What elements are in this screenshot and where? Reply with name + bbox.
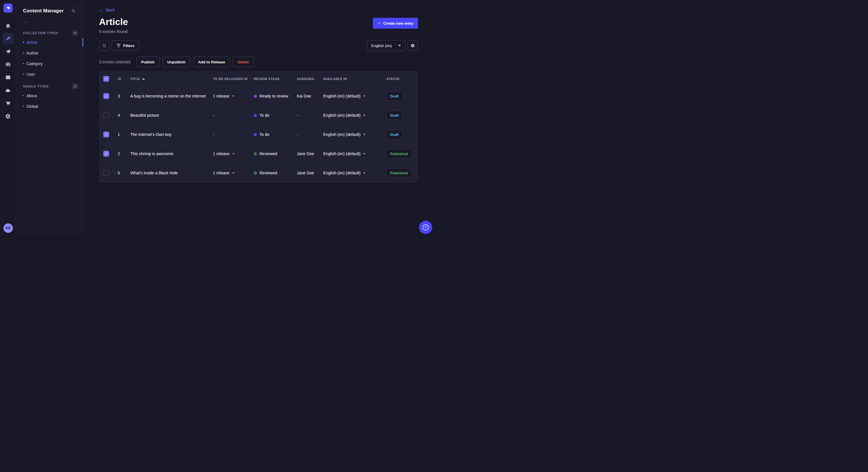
- cell-release[interactable]: 1 release: [213, 171, 254, 175]
- section-count-badge: 4: [72, 30, 78, 36]
- cell-release[interactable]: -: [213, 132, 254, 137]
- select-all-checkbox[interactable]: [103, 76, 109, 82]
- marketplace-icon[interactable]: [2, 98, 14, 109]
- filter-icon: [117, 44, 121, 47]
- cell-stage: To do: [254, 113, 297, 117]
- selection-count-text: 3 entries selected: [99, 60, 131, 64]
- cell-id: 2: [118, 151, 130, 156]
- cell-id: 4: [118, 113, 130, 117]
- chevron-down-icon: [363, 172, 365, 174]
- content-manager-icon[interactable]: [2, 33, 14, 44]
- sidebar-item-article[interactable]: Article: [16, 37, 83, 47]
- search-icon: [71, 9, 76, 13]
- column-header-title[interactable]: TITLE: [130, 77, 213, 80]
- cell-id: 5: [118, 171, 130, 175]
- chevron-down-icon: [232, 96, 235, 97]
- sidebar-divider: [23, 22, 28, 23]
- publish-button[interactable]: Publish: [136, 57, 160, 67]
- sidebar-item-about[interactable]: About: [16, 90, 83, 101]
- cell-available[interactable]: English (en) (default): [323, 132, 386, 137]
- cell-stage: Reviewed: [254, 171, 297, 175]
- content-manager-sidebar: Content Manager COLLECTION TYPES 4 Artic…: [16, 0, 83, 236]
- status-badge: Draft: [386, 130, 402, 139]
- cell-release[interactable]: -: [213, 113, 254, 117]
- column-header-stage[interactable]: REVIEW STAGE: [254, 77, 297, 80]
- filters-button[interactable]: Filters: [112, 40, 139, 51]
- add-to-release-button[interactable]: Add to Release: [193, 57, 230, 67]
- settings-icon[interactable]: [2, 110, 14, 122]
- stage-dot-icon: [254, 114, 257, 117]
- column-header-available[interactable]: AVAILABLE IN: [323, 77, 386, 80]
- stage-dot-icon: [254, 95, 257, 98]
- column-header-id[interactable]: ID: [118, 77, 130, 80]
- row-checkbox[interactable]: [103, 151, 109, 157]
- sidebar-item-category[interactable]: Category: [16, 58, 83, 69]
- back-arrow-icon: ←: [99, 8, 104, 12]
- media-library-icon[interactable]: [2, 59, 14, 70]
- sidebar-item-label: Global: [26, 104, 38, 109]
- cell-stage: Reviewed: [254, 151, 297, 156]
- bullet-icon: [23, 63, 24, 64]
- user-avatar[interactable]: KD: [3, 224, 13, 233]
- stage-dot-icon: [254, 171, 257, 175]
- sidebar-title: Content Manager: [23, 8, 64, 14]
- table-row[interactable]: 2 This shrimp is awesome 1 release Revie…: [99, 144, 417, 163]
- sidebar-item-label: Category: [26, 61, 43, 66]
- content-type-builder-icon[interactable]: [2, 72, 14, 83]
- bullet-icon: [23, 73, 24, 75]
- question-mark-icon: ?: [423, 224, 429, 231]
- sidebar-item-user[interactable]: User: [16, 69, 83, 79]
- help-button[interactable]: ?: [419, 221, 432, 234]
- section-count-badge: 2: [72, 83, 78, 89]
- rail-bottom: KD: [0, 220, 16, 236]
- cell-assignee: Kai Doe: [297, 94, 323, 98]
- gear-icon: [410, 43, 415, 48]
- paper-plane-icon[interactable]: [2, 46, 14, 57]
- sidebar-item-author[interactable]: Author: [16, 47, 83, 58]
- stage-dot-icon: [254, 152, 257, 156]
- unpublish-button[interactable]: Unpublish: [162, 57, 191, 67]
- table-row[interactable]: 4 Beautiful picture - To do - English (e…: [99, 105, 417, 125]
- strapi-logo: [3, 3, 12, 12]
- row-checkbox[interactable]: [103, 170, 109, 176]
- sidebar-search-button[interactable]: [69, 6, 78, 15]
- chevron-down-icon: [232, 153, 235, 155]
- table-header-row: ID TITLE TO BE RELEASED IN REVIEW STAGE …: [99, 71, 417, 86]
- row-checkbox[interactable]: [103, 93, 109, 99]
- cell-assignee: Jane Doe: [297, 151, 323, 156]
- table-row[interactable]: 3 A bug is becoming a meme on the intern…: [99, 86, 417, 105]
- chevron-down-icon: [363, 153, 365, 155]
- status-badge: Draft: [386, 92, 402, 101]
- column-header-release[interactable]: TO BE RELEASED IN: [213, 77, 254, 80]
- icon-rail: KD: [0, 0, 16, 236]
- sidebar-item-global[interactable]: Global: [16, 101, 83, 111]
- cell-id: 1: [118, 132, 130, 137]
- table-row[interactable]: 1 The internet's Own boy - To do - Engli…: [99, 125, 417, 144]
- delete-button[interactable]: Delete: [233, 57, 254, 67]
- locale-select[interactable]: English (en): [367, 40, 405, 51]
- column-header-assignee[interactable]: ASSIGNEE: [297, 77, 323, 80]
- table-row[interactable]: 5 What's inside a Black Hole 1 release R…: [99, 163, 417, 182]
- home-icon[interactable]: [2, 20, 14, 32]
- back-link[interactable]: ← Back: [99, 8, 115, 12]
- view-settings-button[interactable]: [408, 40, 418, 51]
- create-new-entry-button[interactable]: + Create new entry: [373, 18, 418, 29]
- cell-available[interactable]: English (en) (default): [323, 171, 386, 175]
- cell-title: Beautiful picture: [130, 113, 213, 117]
- cell-stage: To do: [254, 132, 297, 137]
- column-header-status[interactable]: STATUS: [386, 77, 417, 80]
- cell-available[interactable]: English (en) (default): [323, 151, 386, 156]
- cell-release[interactable]: 1 release: [213, 151, 254, 156]
- cell-release[interactable]: 1 release: [213, 94, 254, 98]
- cell-available[interactable]: English (en) (default): [323, 113, 386, 117]
- entries-table: ID TITLE TO BE RELEASED IN REVIEW STAGE …: [99, 71, 418, 183]
- bullet-icon: [23, 105, 24, 107]
- row-checkbox[interactable]: [103, 112, 109, 118]
- cloud-icon[interactable]: [2, 85, 14, 96]
- cell-available[interactable]: English (en) (default): [323, 94, 386, 98]
- row-checkbox[interactable]: [103, 132, 109, 137]
- bullet-icon: [23, 52, 24, 54]
- search-entries-button[interactable]: [99, 40, 110, 51]
- cell-stage: Ready to review: [254, 94, 297, 98]
- bullet-icon: [23, 95, 24, 96]
